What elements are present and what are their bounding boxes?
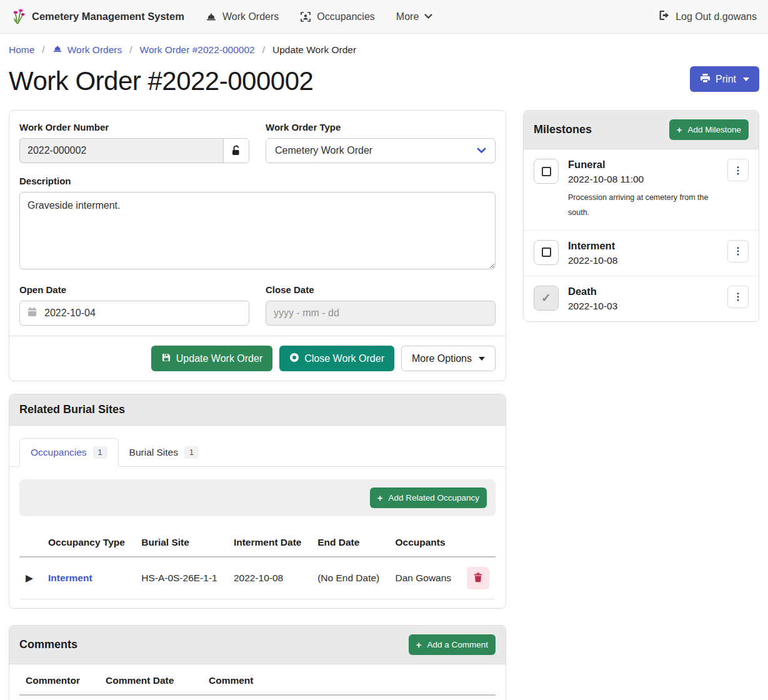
tab-occupancies-label: Occupancies <box>31 447 87 458</box>
top-navbar: Cemetery Management System Work Orders O… <box>0 0 768 34</box>
occupancy-frame-icon <box>300 11 311 22</box>
description-field: Description Graveside interment. <box>19 176 496 272</box>
milestone-body: Interment 2022-10-08 <box>568 240 718 266</box>
breadcrumb-separator: / <box>262 44 265 56</box>
tulip-logo-icon <box>11 7 26 27</box>
breadcrumb-work-order-number[interactable]: Work Order #2022-000002 <box>140 44 255 56</box>
open-date-field: Open Date <box>19 284 249 326</box>
nav-occupancies[interactable]: Occupancies <box>300 11 375 22</box>
logout-button[interactable]: Log Out d.gowans <box>659 10 757 23</box>
comments-card: Comments + Add a Comment Commentor Comme… <box>9 625 506 700</box>
milestones-title: Milestones <box>534 123 592 136</box>
side-column: Milestones + Add Milestone Funeral 2022-… <box>523 110 759 322</box>
occupancy-table-row: ▶ Interment HS-A-0S-26E-1-1 2022-10-08 (… <box>19 557 496 599</box>
breadcrumb-separator: / <box>42 44 44 56</box>
col-end-date: End Date <box>311 529 389 557</box>
nav-work-orders[interactable]: Work Orders <box>206 11 279 22</box>
printer-icon <box>700 73 711 85</box>
milestone-menu-button[interactable]: ⋮ <box>727 159 749 181</box>
print-button[interactable]: Print <box>690 66 759 92</box>
occupancies-table-header-row: Occupancy Type Burial Site Interment Dat… <box>19 529 496 557</box>
add-comment-button[interactable]: + Add a Comment <box>409 634 496 655</box>
breadcrumb-home[interactable]: Home <box>9 44 34 56</box>
occupants-cell: Dan Gowans <box>389 557 461 599</box>
milestones-header: Milestones + Add Milestone <box>524 111 759 149</box>
milestone-menu-button[interactable]: ⋮ <box>727 286 749 308</box>
milestone-name: Interment <box>568 240 718 252</box>
milestone-date: 2022-10-08 <box>568 255 718 266</box>
milestone-checkbox[interactable] <box>534 240 559 265</box>
work-order-number-input[interactable] <box>19 138 223 163</box>
print-caret-icon <box>743 78 749 81</box>
comment-text-cell: Family scheduled to be on site at 12:30. <box>202 695 412 700</box>
milestone-name: Funeral <box>568 159 718 171</box>
unlock-icon <box>231 144 241 158</box>
milestone-body: Funeral 2022-10-08 11:00 Procession arri… <box>568 159 718 221</box>
tab-burial-sites[interactable]: Burial Sites 1 <box>119 438 209 467</box>
col-interment-date: Interment Date <box>227 529 311 557</box>
close-work-order-button[interactable]: Close Work Order <box>279 346 394 371</box>
update-work-order-button[interactable]: Update Work Order <box>151 346 272 371</box>
close-date-field: Close Date <box>266 284 496 326</box>
checkbox-unchecked-icon <box>542 248 551 257</box>
print-label: Print <box>716 74 736 84</box>
app-brand[interactable]: Cemetery Management System <box>11 7 184 27</box>
close-date-input-wrap <box>266 301 496 326</box>
work-order-form-footer: Update Work Order Close Work Order More … <box>9 336 506 381</box>
related-burial-sites-card: Related Burial Sites Occupancies 1 Buria… <box>9 394 506 609</box>
expand-row-icon[interactable]: ▶ <box>19 557 42 599</box>
add-related-occupancy-button[interactable]: + Add Related Occupancy <box>370 488 487 508</box>
related-burial-sites-header: Related Burial Sites <box>9 394 506 426</box>
open-date-label: Open Date <box>19 284 249 295</box>
more-options-label: More Options <box>412 354 472 364</box>
more-options-button[interactable]: More Options <box>401 346 496 371</box>
col-comment-date: Comment Date <box>99 667 202 695</box>
milestone-checkbox[interactable]: ✓ <box>534 286 559 311</box>
close-date-label: Close Date <box>266 284 496 295</box>
logout-label: Log Out d.gowans <box>676 11 757 22</box>
breadcrumb-work-orders[interactable]: Work Orders <box>52 44 122 56</box>
occupancy-type-link[interactable]: Interment <box>48 572 92 583</box>
breadcrumb-separator: / <box>129 44 132 56</box>
col-occupancy-type: Occupancy Type <box>42 529 135 557</box>
app-title: Cemetery Management System <box>32 11 184 22</box>
tab-occupancies[interactable]: Occupancies 1 <box>19 438 119 467</box>
stop-circle-icon <box>289 352 299 364</box>
related-burial-sites-title: Related Burial Sites <box>19 403 125 416</box>
col-comment-actions <box>412 667 496 695</box>
breadcrumb: Home / Work Orders / Work Order #2022-00… <box>0 34 768 65</box>
work-order-type-field: Work Order Type Cemetery Work Order <box>266 122 496 163</box>
open-date-input[interactable] <box>44 308 241 319</box>
chevron-down-icon <box>477 145 486 156</box>
work-order-type-select[interactable]: Cemetery Work Order <box>266 138 496 163</box>
close-date-input[interactable] <box>274 308 487 319</box>
milestone-checkbox[interactable] <box>534 159 559 184</box>
logout-icon <box>659 10 670 23</box>
breadcrumb-work-order-number-label: Work Order #2022-000002 <box>140 44 255 56</box>
occupancies-toolbar: + Add Related Occupancy <box>19 479 496 516</box>
delete-occupancy-button[interactable] <box>467 567 489 589</box>
plus-icon: + <box>677 125 682 134</box>
comments-header: Comments + Add a Comment <box>9 626 506 664</box>
comments-title: Comments <box>19 638 77 651</box>
description-textarea[interactable]: Graveside interment. <box>19 192 496 269</box>
close-work-order-label: Close Work Order <box>304 354 384 364</box>
milestone-description: Procession arriving at cemetery from the… <box>568 191 712 221</box>
open-date-input-wrap <box>19 301 249 326</box>
milestone-menu-button[interactable]: ⋮ <box>727 240 749 262</box>
add-related-occupancy-label: Add Related Occupancy <box>388 494 479 502</box>
work-order-number-field: Work Order Number <box>19 122 249 163</box>
unlock-button[interactable] <box>223 138 249 163</box>
comment-table-row: d.gowans 2022-10-07 10:08 Family schedul… <box>19 695 496 700</box>
breadcrumb-home-label: Home <box>9 44 34 56</box>
milestone-item-interment: Interment 2022-10-08 ⋮ <box>524 231 759 276</box>
col-occupants: Occupants <box>389 529 461 557</box>
update-work-order-label: Update Work Order <box>176 354 262 364</box>
nav-more[interactable]: More <box>396 11 432 22</box>
work-order-form-body: Work Order Number <box>9 111 506 336</box>
breadcrumb-current: Update Work Order <box>272 44 356 56</box>
kebab-icon: ⋮ <box>733 245 743 257</box>
kebab-icon: ⋮ <box>733 164 743 176</box>
nav-more-label: More <box>396 11 419 22</box>
add-milestone-button[interactable]: + Add Milestone <box>669 119 749 140</box>
